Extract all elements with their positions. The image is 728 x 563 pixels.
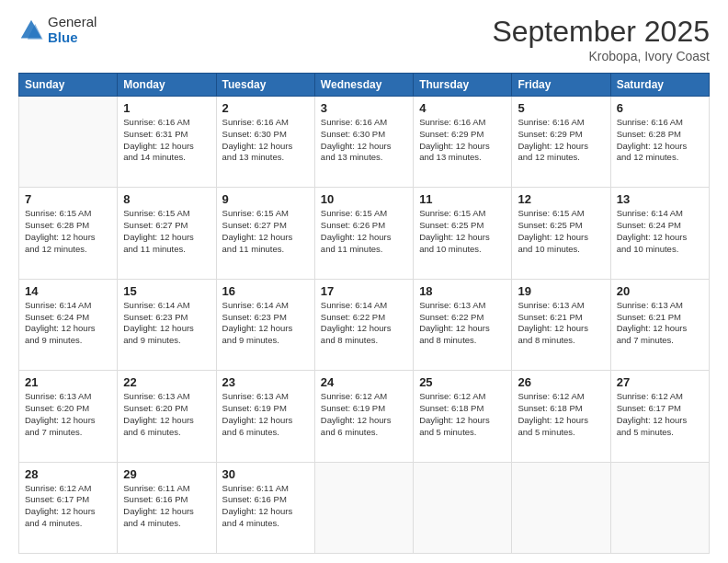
- day-number: 25: [419, 375, 506, 389]
- logo: General Blue: [18, 15, 97, 45]
- calendar-cell: 20Sunrise: 6:13 AM Sunset: 6:21 PM Dayli…: [610, 279, 709, 370]
- day-info: Sunrise: 6:16 AM Sunset: 6:29 PM Dayligh…: [419, 117, 506, 164]
- calendar-cell: 6Sunrise: 6:16 AM Sunset: 6:28 PM Daylig…: [610, 97, 709, 188]
- calendar-cell: 3Sunrise: 6:16 AM Sunset: 6:30 PM Daylig…: [314, 97, 413, 188]
- calendar-cell: 28Sunrise: 6:12 AM Sunset: 6:17 PM Dayli…: [19, 462, 118, 553]
- day-info: Sunrise: 6:15 AM Sunset: 6:25 PM Dayligh…: [419, 208, 506, 255]
- calendar-cell: [610, 462, 709, 553]
- day-number: 28: [25, 467, 111, 481]
- day-number: 20: [617, 284, 703, 298]
- day-info: Sunrise: 6:16 AM Sunset: 6:28 PM Dayligh…: [617, 117, 703, 164]
- calendar-cell: 4Sunrise: 6:16 AM Sunset: 6:29 PM Daylig…: [414, 97, 512, 188]
- day-info: Sunrise: 6:15 AM Sunset: 6:25 PM Dayligh…: [518, 208, 604, 255]
- calendar-cell: 19Sunrise: 6:13 AM Sunset: 6:21 PM Dayli…: [512, 279, 610, 370]
- day-number: 17: [321, 284, 407, 298]
- day-info: Sunrise: 6:14 AM Sunset: 6:23 PM Dayligh…: [123, 300, 210, 347]
- calendar-week-row: 14Sunrise: 6:14 AM Sunset: 6:24 PM Dayli…: [19, 279, 710, 370]
- day-number: 11: [419, 192, 506, 206]
- day-info: Sunrise: 6:13 AM Sunset: 6:19 PM Dayligh…: [222, 391, 309, 438]
- calendar-cell: 23Sunrise: 6:13 AM Sunset: 6:19 PM Dayli…: [216, 371, 314, 462]
- logo-general: General: [48, 15, 97, 30]
- day-info: Sunrise: 6:13 AM Sunset: 6:21 PM Dayligh…: [617, 300, 703, 347]
- day-info: Sunrise: 6:16 AM Sunset: 6:29 PM Dayligh…: [518, 117, 604, 164]
- day-number: 29: [123, 467, 210, 481]
- calendar-cell: 29Sunrise: 6:11 AM Sunset: 6:16 PM Dayli…: [118, 462, 216, 553]
- day-info: Sunrise: 6:15 AM Sunset: 6:27 PM Dayligh…: [123, 208, 210, 255]
- calendar-cell: 2Sunrise: 6:16 AM Sunset: 6:30 PM Daylig…: [216, 97, 314, 188]
- day-info: Sunrise: 6:16 AM Sunset: 6:30 PM Dayligh…: [222, 117, 309, 164]
- day-info: Sunrise: 6:13 AM Sunset: 6:20 PM Dayligh…: [25, 391, 111, 438]
- day-number: 27: [617, 375, 703, 389]
- calendar: SundayMondayTuesdayWednesdayThursdayFrid…: [18, 73, 710, 554]
- day-info: Sunrise: 6:12 AM Sunset: 6:19 PM Dayligh…: [321, 391, 407, 438]
- calendar-week-row: 28Sunrise: 6:12 AM Sunset: 6:17 PM Dayli…: [19, 462, 710, 553]
- calendar-cell: 26Sunrise: 6:12 AM Sunset: 6:18 PM Dayli…: [512, 371, 610, 462]
- calendar-cell: 8Sunrise: 6:15 AM Sunset: 6:27 PM Daylig…: [118, 188, 216, 279]
- day-number: 24: [321, 375, 407, 389]
- logo-blue: Blue: [48, 30, 97, 46]
- day-info: Sunrise: 6:14 AM Sunset: 6:23 PM Dayligh…: [222, 300, 309, 347]
- day-info: Sunrise: 6:16 AM Sunset: 6:31 PM Dayligh…: [123, 117, 210, 164]
- day-info: Sunrise: 6:12 AM Sunset: 6:18 PM Dayligh…: [419, 391, 506, 438]
- day-number: 1: [123, 101, 210, 115]
- day-info: Sunrise: 6:13 AM Sunset: 6:21 PM Dayligh…: [518, 300, 604, 347]
- day-number: 16: [222, 284, 309, 298]
- calendar-cell: 17Sunrise: 6:14 AM Sunset: 6:22 PM Dayli…: [314, 279, 413, 370]
- calendar-cell: [512, 462, 610, 553]
- day-number: 13: [617, 192, 703, 206]
- day-info: Sunrise: 6:12 AM Sunset: 6:17 PM Dayligh…: [617, 391, 703, 438]
- calendar-cell: 13Sunrise: 6:14 AM Sunset: 6:24 PM Dayli…: [610, 188, 709, 279]
- calendar-cell: 22Sunrise: 6:13 AM Sunset: 6:20 PM Dayli…: [118, 371, 216, 462]
- page: General Blue September 2025 Krobopa, Ivo…: [0, 0, 728, 563]
- calendar-cell: [19, 97, 118, 188]
- calendar-header: SundayMondayTuesdayWednesdayThursdayFrid…: [19, 74, 710, 97]
- calendar-cell: 27Sunrise: 6:12 AM Sunset: 6:17 PM Dayli…: [610, 371, 709, 462]
- day-number: 12: [518, 192, 604, 206]
- weekday-header: Thursday: [414, 74, 512, 97]
- day-info: Sunrise: 6:16 AM Sunset: 6:30 PM Dayligh…: [321, 117, 407, 164]
- day-number: 10: [321, 192, 407, 206]
- calendar-cell: 24Sunrise: 6:12 AM Sunset: 6:19 PM Dayli…: [314, 371, 413, 462]
- calendar-week-row: 7Sunrise: 6:15 AM Sunset: 6:28 PM Daylig…: [19, 188, 710, 279]
- title-block: September 2025 Krobopa, Ivory Coast: [492, 15, 710, 63]
- header: General Blue September 2025 Krobopa, Ivo…: [18, 15, 710, 63]
- day-info: Sunrise: 6:14 AM Sunset: 6:24 PM Dayligh…: [617, 208, 703, 255]
- weekday-header: Wednesday: [314, 74, 413, 97]
- calendar-cell: 7Sunrise: 6:15 AM Sunset: 6:28 PM Daylig…: [19, 188, 118, 279]
- calendar-cell: 1Sunrise: 6:16 AM Sunset: 6:31 PM Daylig…: [118, 97, 216, 188]
- weekday-header: Friday: [512, 74, 610, 97]
- weekday-row: SundayMondayTuesdayWednesdayThursdayFrid…: [19, 74, 710, 97]
- calendar-cell: 30Sunrise: 6:11 AM Sunset: 6:16 PM Dayli…: [216, 462, 314, 553]
- logo-text: General Blue: [48, 15, 97, 45]
- calendar-cell: 11Sunrise: 6:15 AM Sunset: 6:25 PM Dayli…: [414, 188, 512, 279]
- day-number: 5: [518, 101, 604, 115]
- day-number: 14: [25, 284, 111, 298]
- weekday-header: Tuesday: [216, 74, 314, 97]
- day-number: 9: [222, 192, 309, 206]
- calendar-week-row: 21Sunrise: 6:13 AM Sunset: 6:20 PM Dayli…: [19, 371, 710, 462]
- logo-icon: [18, 17, 44, 43]
- day-info: Sunrise: 6:15 AM Sunset: 6:28 PM Dayligh…: [25, 208, 111, 255]
- calendar-week-row: 1Sunrise: 6:16 AM Sunset: 6:31 PM Daylig…: [19, 97, 710, 188]
- calendar-cell: 5Sunrise: 6:16 AM Sunset: 6:29 PM Daylig…: [512, 97, 610, 188]
- day-number: 7: [25, 192, 111, 206]
- day-info: Sunrise: 6:15 AM Sunset: 6:27 PM Dayligh…: [222, 208, 309, 255]
- day-number: 21: [25, 375, 111, 389]
- day-info: Sunrise: 6:13 AM Sunset: 6:20 PM Dayligh…: [123, 391, 210, 438]
- day-number: 26: [518, 375, 604, 389]
- day-number: 2: [222, 101, 309, 115]
- day-number: 18: [419, 284, 506, 298]
- day-info: Sunrise: 6:11 AM Sunset: 6:16 PM Dayligh…: [123, 483, 210, 530]
- calendar-cell: 16Sunrise: 6:14 AM Sunset: 6:23 PM Dayli…: [216, 279, 314, 370]
- calendar-cell: 12Sunrise: 6:15 AM Sunset: 6:25 PM Dayli…: [512, 188, 610, 279]
- weekday-header: Saturday: [610, 74, 709, 97]
- weekday-header: Monday: [118, 74, 216, 97]
- calendar-cell: 15Sunrise: 6:14 AM Sunset: 6:23 PM Dayli…: [118, 279, 216, 370]
- day-number: 22: [123, 375, 210, 389]
- calendar-cell: 14Sunrise: 6:14 AM Sunset: 6:24 PM Dayli…: [19, 279, 118, 370]
- day-info: Sunrise: 6:11 AM Sunset: 6:16 PM Dayligh…: [222, 483, 309, 530]
- day-number: 4: [419, 101, 506, 115]
- calendar-cell: 18Sunrise: 6:13 AM Sunset: 6:22 PM Dayli…: [414, 279, 512, 370]
- day-info: Sunrise: 6:15 AM Sunset: 6:26 PM Dayligh…: [321, 208, 407, 255]
- day-number: 30: [222, 467, 309, 481]
